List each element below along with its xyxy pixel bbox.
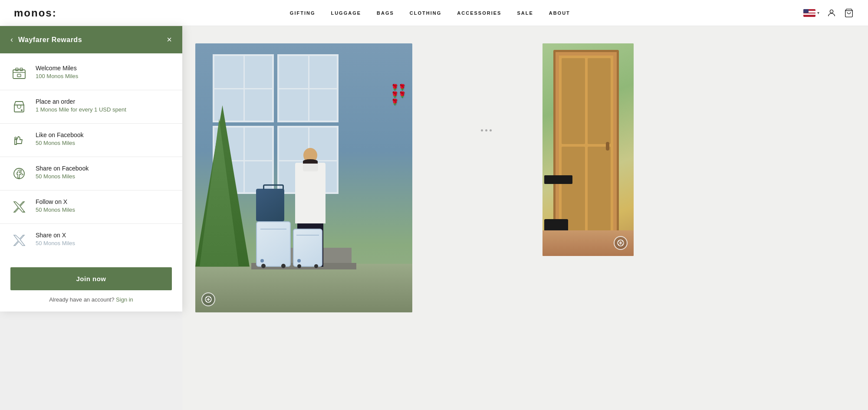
sidebar-footer: Join now Already have an account? Sign i…	[0, 260, 182, 312]
follow-x-icon	[10, 198, 28, 216]
like-facebook-icon	[10, 131, 28, 149]
like-facebook-text: Like on Facebook 50 Monos Miles	[36, 131, 172, 146]
language-chevron-icon: ▾	[817, 10, 819, 15]
svg-point-15	[206, 301, 207, 302]
follow-x-title: Follow on X	[36, 198, 172, 205]
welcome-miles-icon	[10, 65, 28, 82]
reward-share-facebook: Share on Facebook 50 Monos Miles	[0, 157, 182, 190]
door-frame	[553, 50, 619, 241]
nav-sale[interactable]: SALE	[517, 10, 533, 16]
share-facebook-text: Share on Facebook 50 Monos Miles	[36, 165, 172, 180]
svg-point-21	[622, 241, 623, 242]
place-order-title: Place an order	[36, 98, 172, 105]
svg-point-7	[21, 109, 23, 111]
nav-accessories[interactable]: ACCESSORIES	[457, 10, 501, 16]
nav-bags[interactable]: BAGS	[377, 10, 394, 16]
like-facebook-title: Like on Facebook	[36, 131, 172, 138]
sidebar-back-button[interactable]: ‹	[10, 35, 13, 44]
chair-seat	[544, 175, 572, 184]
welcome-miles-text: Welcome Miles 100 Monos Miles	[36, 65, 172, 79]
right-image-card	[542, 43, 634, 256]
svg-point-14	[210, 297, 210, 298]
sidebar-rewards-list: Welcome Miles 100 Monos Miles Place an o…	[0, 53, 182, 260]
join-now-button[interactable]: Join now	[10, 267, 172, 290]
middle-area	[430, 43, 542, 217]
share-facebook-title: Share on Facebook	[36, 165, 172, 172]
nav-about[interactable]: ABOUT	[549, 10, 570, 16]
main-image-expand-button[interactable]	[201, 292, 215, 306]
follow-x-text: Follow on X 50 Monos Miles	[36, 198, 172, 213]
nav-luggage[interactable]: LUGGAGE	[331, 10, 361, 16]
share-x-title: Share on X	[36, 232, 172, 239]
reward-welcome-miles: Welcome Miles 100 Monos Miles	[0, 57, 182, 90]
main-image-bg: 🌹🌹🌹🌹🌹	[195, 43, 412, 312]
right-image-expand-button[interactable]	[614, 236, 628, 250]
reward-share-x: Share on X 50 Monos Miles	[0, 224, 182, 257]
share-x-amount: 50 Monos Miles	[36, 240, 172, 246]
sidebar-header: ‹ Wayfarer Rewards ×	[0, 26, 182, 53]
svg-point-13	[206, 297, 207, 298]
follow-x-amount: 50 Monos Miles	[36, 207, 172, 213]
wayfarer-rewards-sidebar: ‹ Wayfarer Rewards × Welcome Miles 100 M…	[0, 26, 182, 312]
sign-in-prompt: Already have an account? Sign in	[10, 296, 172, 303]
right-image-bg	[542, 43, 634, 256]
account-button[interactable]	[826, 8, 837, 18]
images-area: 🌹🌹🌹🌹🌹	[182, 26, 868, 410]
nav-clothing[interactable]: CLOTHING	[410, 10, 441, 16]
sign-in-link[interactable]: Sign in	[116, 296, 133, 303]
language-selector[interactable]: ▾	[803, 9, 819, 17]
main-nav: GIFTING LUGGAGE BAGS CLOTHING ACCESSORIE…	[290, 10, 570, 16]
cart-button[interactable]	[844, 8, 854, 18]
door-handle	[606, 142, 609, 151]
account-prompt-text: Already have an account?	[49, 296, 114, 303]
share-facebook-amount: 50 Monos Miles	[36, 173, 172, 180]
site-logo[interactable]: monos:	[14, 7, 57, 19]
door-panel-tl	[562, 58, 585, 144]
sidebar-header-left: ‹ Wayfarer Rewards	[10, 35, 82, 44]
door-panels	[559, 56, 613, 236]
loading-indicator	[481, 129, 492, 131]
door-panel-br	[588, 147, 611, 233]
site-header: monos: GIFTING LUGGAGE BAGS CLOTHING ACC…	[0, 0, 868, 26]
svg-point-8	[15, 137, 16, 139]
reward-follow-x: Follow on X 50 Monos Miles	[0, 190, 182, 224]
reward-like-facebook: Like on Facebook 50 Monos Miles	[0, 124, 182, 157]
place-order-icon	[10, 98, 28, 115]
header-icons: ▾	[803, 8, 854, 18]
luggage-group	[256, 189, 322, 267]
main-image-card: 🌹🌹🌹🌹🌹	[195, 43, 412, 312]
svg-point-22	[618, 244, 619, 245]
svg-rect-4	[20, 68, 23, 71]
ground	[195, 264, 412, 312]
share-x-text: Share on X 50 Monos Miles	[36, 232, 172, 246]
svg-rect-6	[17, 74, 21, 77]
welcome-miles-amount: 100 Monos Miles	[36, 73, 172, 79]
nav-gifting[interactable]: GIFTING	[290, 10, 316, 16]
us-flag-icon	[803, 9, 815, 17]
reward-place-order: Place an order 1 Monos Mile for every 1 …	[0, 90, 182, 124]
svg-rect-3	[16, 68, 18, 71]
like-facebook-amount: 50 Monos Miles	[36, 140, 172, 146]
svg-point-0	[830, 10, 833, 13]
welcome-miles-title: Welcome Miles	[36, 65, 172, 72]
place-order-text: Place an order 1 Monos Mile for every 1 …	[36, 98, 172, 113]
place-order-amount: 1 Monos Mile for every 1 USD spent	[36, 106, 172, 113]
sidebar-close-button[interactable]: ×	[167, 35, 172, 45]
share-facebook-icon	[10, 165, 28, 182]
svg-point-16	[210, 301, 210, 302]
svg-point-20	[618, 241, 619, 242]
flower-decoration: 🌹🌹🌹🌹🌹	[391, 84, 406, 105]
sidebar-title: Wayfarer Rewards	[18, 36, 82, 44]
door-panel-tr	[588, 58, 611, 144]
share-x-icon	[10, 232, 28, 249]
svg-point-23	[622, 244, 623, 245]
